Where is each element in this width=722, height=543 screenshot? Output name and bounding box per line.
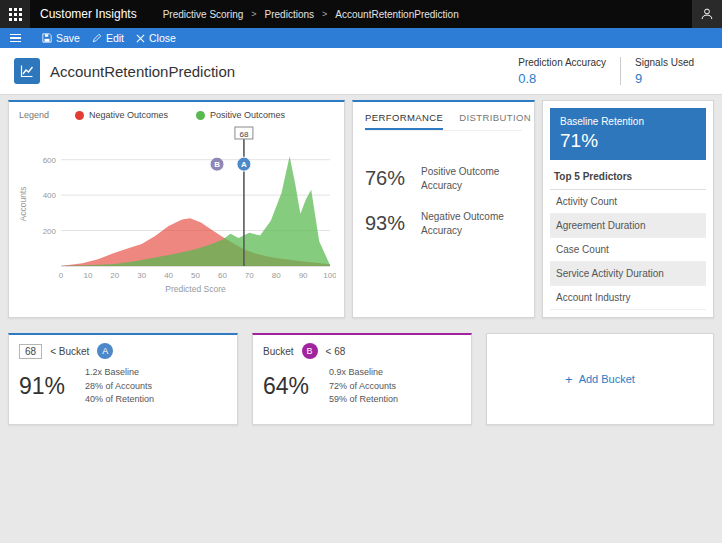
legend-positive-item: Positive Outcomes — [196, 110, 285, 120]
signals-used-metric: Signals Used 9 — [621, 57, 708, 86]
x-tick-label: 100 — [323, 271, 336, 280]
edit-button-label: Edit — [106, 32, 124, 44]
add-bucket-button[interactable]: + Add Bucket — [565, 373, 635, 386]
tab-distribution[interactable]: DISTRIBUTION — [459, 112, 531, 130]
negative-dot-icon — [75, 111, 84, 120]
bucket-a-card: 68 < Bucket A 91% 1.2x Baseline 28% of A… — [8, 333, 238, 425]
predictor-item-case-count[interactable]: Case Count — [550, 238, 706, 262]
negative-accuracy-metric: 93% Negative Outcome Accuracy — [365, 210, 522, 237]
x-tick-label: 40 — [164, 271, 173, 280]
x-tick-label: 90 — [299, 271, 308, 280]
chart-legend: Legend Negative Outcomes Positive Outcom… — [17, 108, 336, 126]
bucket-b-card: Bucket B < 68 64% 0.9x Baseline 72% of A… — [252, 333, 472, 425]
bucket-a-baseline-line: 1.2x Baseline — [85, 366, 154, 380]
bucket-b-baseline-line: 0.9x Baseline — [329, 366, 398, 380]
legend-negative-label: Negative Outcomes — [89, 110, 168, 120]
save-button-label: Save — [56, 32, 80, 44]
predictor-item-account-industry[interactable]: Account Industry — [550, 286, 706, 310]
page-title: AccountRetentionPrediction — [50, 63, 235, 80]
bucket-b-operator-text: < 68 — [326, 346, 346, 357]
top-cards-row: Legend Negative Outcomes Positive Outcom… — [8, 100, 714, 318]
positive-accuracy-metric: 76% Positive Outcome Accuracy — [365, 165, 522, 192]
x-tick-label: 80 — [272, 271, 281, 280]
edit-button[interactable]: Edit — [92, 32, 124, 44]
bucket-marker-label-b: B — [214, 160, 220, 169]
baseline-retention-label: Baseline Retention — [560, 116, 696, 127]
x-tick-label: 50 — [191, 271, 200, 280]
performance-tabs: PERFORMANCE DISTRIBUTION — [365, 112, 522, 131]
x-tick-label: 30 — [137, 271, 146, 280]
close-x-icon — [136, 34, 145, 43]
close-button-label: Close — [149, 32, 176, 44]
negative-accuracy-label: Negative Outcome Accuracy — [421, 210, 513, 237]
bucket-cards-row: 68 < Bucket A 91% 1.2x Baseline 28% of A… — [8, 333, 714, 425]
prediction-accuracy-value: 0.8 — [518, 71, 606, 86]
x-tick-label: 70 — [245, 271, 254, 280]
add-bucket-label: Add Bucket — [579, 373, 635, 385]
bucket-b-name-text: Bucket — [263, 346, 294, 357]
page-header: AccountRetentionPrediction Prediction Ac… — [0, 48, 722, 95]
predictor-item-agreement-duration[interactable]: Agreement Duration — [550, 214, 706, 238]
tab-performance[interactable]: PERFORMANCE — [365, 112, 443, 130]
y-tick-label: 200 — [43, 227, 57, 236]
user-profile-icon[interactable] — [692, 0, 722, 28]
main-content: Legend Negative Outcomes Positive Outcom… — [0, 95, 722, 543]
baseline-retention-value: 71% — [560, 130, 696, 152]
bucket-a-badge: A — [97, 343, 113, 359]
waffle-menu-icon[interactable] — [0, 0, 30, 28]
top-predictors-title: Top 5 Predictors — [550, 160, 706, 190]
positive-accuracy-label: Positive Outcome Accuracy — [421, 165, 513, 192]
x-tick-label: 20 — [110, 271, 119, 280]
predictor-item-activity-count[interactable]: Activity Count — [550, 190, 706, 214]
performance-card: PERFORMANCE DISTRIBUTION 76% Positive Ou… — [352, 100, 535, 318]
prediction-accuracy-label: Prediction Accuracy — [518, 57, 606, 68]
bucket-a-accounts-line: 28% of Accounts — [85, 380, 154, 394]
prediction-score-chart: 2004006000102030405060708090100Predicted… — [17, 126, 336, 304]
person-icon — [700, 7, 714, 21]
bucket-marker-label-a: A — [241, 160, 247, 169]
hamburger-menu-icon[interactable] — [0, 28, 30, 48]
bucket-b-badge: B — [302, 343, 318, 359]
bucket-b-retention-value: 64% — [263, 373, 309, 400]
chart-glyph-icon — [19, 63, 35, 79]
save-button[interactable]: Save — [42, 32, 80, 44]
topbar-right — [692, 0, 722, 28]
chart-card: Legend Negative Outcomes Positive Outcom… — [8, 100, 345, 318]
waffle-grid-icon — [9, 8, 22, 21]
app-title: Customer Insights — [40, 7, 137, 21]
legend-title: Legend — [19, 110, 49, 120]
bucket-a-retention-value: 91% — [19, 373, 65, 400]
breadcrumb: Predictive Scoring > Predictions > Accou… — [163, 9, 459, 20]
prediction-icon — [14, 58, 40, 84]
breadcrumb-item-predictive-scoring[interactable]: Predictive Scoring — [163, 9, 244, 20]
predictor-item-service-activity-duration[interactable]: Service Activity Duration — [550, 262, 706, 286]
add-bucket-card[interactable]: + Add Bucket — [486, 333, 714, 425]
x-axis-label: Predicted Score — [165, 284, 226, 294]
breadcrumb-item-predictions[interactable]: Predictions — [265, 9, 314, 20]
bucket-b-stats: 0.9x Baseline 72% of Accounts 59% of Ret… — [329, 366, 398, 407]
baseline-retention-block: Baseline Retention 71% — [550, 108, 706, 160]
command-bar: Save Edit Close — [0, 28, 722, 48]
y-axis-label: Accounts — [18, 187, 28, 222]
close-button[interactable]: Close — [136, 32, 176, 44]
positive-dot-icon — [196, 111, 205, 120]
breadcrumb-separator-icon: > — [322, 9, 327, 19]
save-icon — [42, 33, 52, 43]
header-metrics: Prediction Accuracy 0.8 Signals Used 9 — [504, 57, 708, 86]
plus-icon: + — [565, 373, 573, 386]
x-tick-label: 0 — [59, 271, 64, 280]
bucket-a-threshold-input[interactable]: 68 — [19, 344, 42, 359]
top-app-bar: Customer Insights Predictive Scoring > P… — [0, 0, 722, 28]
bucket-a-stats: 1.2x Baseline 28% of Accounts 40% of Ret… — [85, 366, 154, 407]
positive-accuracy-value: 76% — [365, 167, 421, 190]
breadcrumb-separator-icon: > — [251, 9, 256, 19]
edit-pencil-icon — [92, 33, 102, 43]
breadcrumb-item-current: AccountRetentionPrediction — [335, 9, 458, 20]
bucket-a-retention-line: 40% of Retention — [85, 393, 154, 407]
legend-positive-label: Positive Outcomes — [210, 110, 285, 120]
bucket-b-retention-line: 59% of Retention — [329, 393, 398, 407]
bucket-b-header: Bucket B < 68 — [263, 343, 461, 359]
bucket-a-body: 91% 1.2x Baseline 28% of Accounts 40% of… — [19, 366, 227, 407]
signals-used-value: 9 — [635, 71, 694, 86]
threshold-value-label: 68 — [239, 130, 248, 139]
